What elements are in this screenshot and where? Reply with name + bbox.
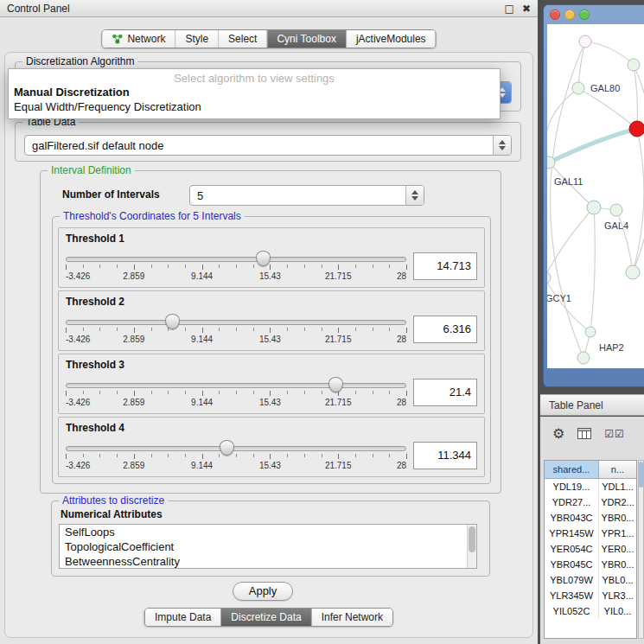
threshold-value-field[interactable]: 21.4: [413, 379, 477, 406]
cell-name[interactable]: YIL0...: [599, 603, 636, 619]
desktop: Control Panel □ ✖ NetworkStyleSelectCyni…: [0, 0, 644, 644]
cell-shared-name[interactable]: YBR043C: [545, 510, 599, 526]
network-node[interactable]: [585, 327, 596, 337]
threshold-slider[interactable]: -3.4262.8599.14415.4321.71528: [66, 440, 406, 475]
gear-icon[interactable]: ⚙: [552, 425, 564, 442]
scrollbar-thumb[interactable]: [469, 526, 475, 552]
control-panel-titlebar[interactable]: Control Panel □ ✖: [0, 0, 538, 17]
tab-network[interactable]: Network: [102, 30, 175, 48]
cell-name[interactable]: YPR1...: [599, 526, 636, 541]
network-node[interactable]: [587, 201, 601, 214]
table-row[interactable]: YLR345W YLR3...: [545, 588, 636, 603]
table-row[interactable]: YER054C YER0...: [545, 541, 636, 557]
number-of-intervals-label: Number of Intervals: [62, 188, 160, 201]
close-window-icon[interactable]: ✖: [522, 1, 531, 16]
columns-icon[interactable]: [577, 428, 591, 439]
zoom-traffic-light-icon[interactable]: [579, 10, 590, 20]
table-row[interactable]: YDL19... YDL1...: [545, 479, 636, 494]
cell-name[interactable]: YER0...: [599, 541, 636, 557]
network-edge: [633, 129, 644, 272]
column-header-shared-name[interactable]: shared...: [545, 461, 599, 478]
cell-name[interactable]: YDR2...: [599, 494, 636, 510]
dropdown-option-equal-width-frequency[interactable]: Equal Width/Frequency Discretization: [9, 99, 500, 114]
network-node[interactable]: [626, 265, 640, 279]
network-node[interactable]: [579, 35, 591, 48]
slider-scale-label: -3.426: [66, 271, 90, 281]
threshold-value-field[interactable]: 14.713: [413, 252, 477, 280]
close-traffic-light-icon[interactable]: [550, 10, 560, 20]
combobox-arrows-icon[interactable]: [493, 136, 511, 155]
network-node[interactable]: [629, 121, 644, 137]
threshold-slider[interactable]: -3.4262.8599.14415.4321.71528: [66, 314, 406, 348]
network-node[interactable]: [628, 59, 640, 71]
tab-infer-network[interactable]: Infer Network: [312, 609, 392, 626]
tab-jactivemodules[interactable]: jActiveModules: [347, 30, 436, 48]
network-edge: [585, 41, 634, 65]
slider-track[interactable]: [66, 257, 406, 262]
network-node[interactable]: [547, 271, 551, 284]
table-row[interactable]: YIL052C YIL0...: [545, 603, 636, 619]
network-view-window[interactable]: GAL80GAL11GAL4GCY1HAP2: [543, 4, 644, 387]
cell-name[interactable]: YBR0...: [599, 557, 636, 572]
minimize-traffic-light-icon[interactable]: [564, 10, 575, 20]
attribute-item[interactable]: BetweennessCentrality: [60, 554, 476, 569]
tab-select[interactable]: Select: [219, 30, 267, 48]
node-table: shared... n... YDL19... YDL1... YDR27...…: [544, 460, 637, 639]
threshold-value-field[interactable]: 6.316: [413, 316, 477, 343]
table-row[interactable]: YDR27... YDR2...: [545, 494, 636, 510]
combobox-arrows-icon[interactable]: [405, 186, 424, 205]
network-node[interactable]: [572, 82, 584, 94]
threshold-value-field[interactable]: 11.344: [413, 442, 477, 469]
cell-name[interactable]: YBR0...: [599, 510, 636, 526]
network-canvas[interactable]: GAL80GAL11GAL4GCY1HAP2: [547, 24, 644, 368]
cell-shared-name[interactable]: YDL19...: [545, 479, 599, 494]
table-row[interactable]: YBL079W YBL0...: [545, 572, 636, 588]
table-scrollbar[interactable]: [638, 460, 644, 639]
attribute-item[interactable]: TopologicalCoefficient: [60, 539, 476, 554]
tab-discretize-data[interactable]: Discretize Data: [221, 609, 311, 626]
cell-shared-name[interactable]: YLR345W: [545, 588, 599, 603]
threshold-slider[interactable]: -3.4262.8599.14415.4321.71528: [66, 251, 406, 285]
slider-track[interactable]: [66, 383, 406, 388]
float-window-icon[interactable]: □: [505, 1, 514, 16]
cell-name[interactable]: YDL1...: [599, 479, 636, 494]
slider-scale-label: 15.43: [259, 271, 281, 281]
slider-scale-label: 28: [397, 271, 406, 281]
tab-impute-data[interactable]: Impute Data: [145, 609, 221, 626]
slider-track[interactable]: [66, 446, 406, 451]
network-node-label: GCY1: [547, 293, 571, 303]
table-row[interactable]: YBR043C YBR0...: [545, 510, 636, 526]
threshold-slider[interactable]: -3.4262.8599.14415.4321.71528: [66, 377, 406, 411]
table-panel-titlebar[interactable]: Table Panel: [540, 394, 644, 416]
cell-shared-name[interactable]: YBR045C: [545, 557, 599, 572]
attribute-item[interactable]: SelfLoops: [60, 525, 476, 539]
cell-shared-name[interactable]: YDR27...: [545, 494, 599, 510]
network-edge: [633, 65, 644, 272]
slider-scale-label: 28: [397, 461, 406, 470]
cell-shared-name[interactable]: YBL079W: [545, 572, 599, 588]
table-data-combobox[interactable]: galFiltered.sif default node: [24, 135, 512, 156]
cell-name[interactable]: YBL0...: [599, 572, 636, 588]
tab-style[interactable]: Style: [175, 30, 219, 48]
number-of-intervals-combobox[interactable]: 5: [189, 185, 424, 206]
dropdown-option-manual-discretization[interactable]: Manual Discretization: [9, 85, 500, 99]
table-row[interactable]: YBR045C YBR0...: [545, 557, 636, 572]
cell-shared-name[interactable]: YIL052C: [545, 603, 599, 619]
network-node[interactable]: [610, 204, 622, 216]
column-header-name[interactable]: n...: [599, 461, 636, 478]
table-row[interactable]: YPR145W YPR1...: [545, 526, 636, 541]
numerical-attributes-list[interactable]: SelfLoopsTopologicalCoefficientBetweenne…: [59, 524, 477, 569]
group-title-discretization-algorithm: Discretization Algorithm: [22, 55, 137, 67]
list-scrollbar[interactable]: [467, 525, 476, 568]
network-node[interactable]: [547, 156, 555, 169]
cell-shared-name[interactable]: YER054C: [545, 541, 599, 557]
apply-button[interactable]: Apply: [233, 582, 293, 601]
control-panel-window: Control Panel □ ✖ NetworkStyleSelectCyni…: [0, 0, 538, 644]
select-columns-checkboxes-icon[interactable]: ☑☑: [604, 428, 625, 440]
slider-track[interactable]: [66, 320, 406, 325]
network-node[interactable]: [577, 352, 590, 364]
cell-name[interactable]: YLR3...: [599, 588, 636, 603]
cell-shared-name[interactable]: YPR145W: [545, 526, 599, 541]
table-scrollbar-thumb[interactable]: [639, 462, 643, 488]
tab-cyni-toolbox[interactable]: Cyni Toolbox: [267, 30, 346, 48]
